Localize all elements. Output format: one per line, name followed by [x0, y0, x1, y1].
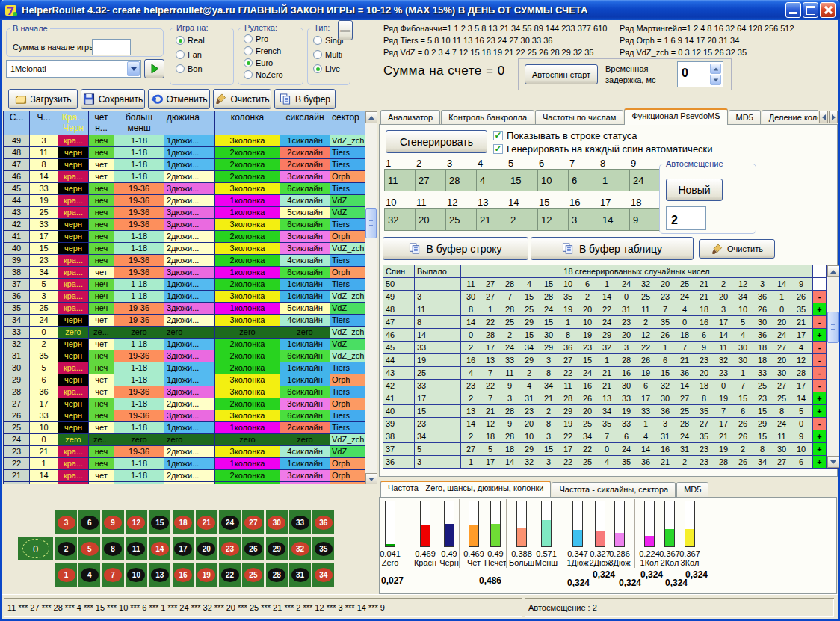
roulette-cell-5[interactable]: 5	[78, 537, 100, 560]
history-row[interactable]: 2717черннеч1-182дюжи...2колонка3сиклайнO…	[4, 398, 377, 410]
roulette-cell-29[interactable]: 29	[266, 537, 288, 560]
spinner-down-button[interactable]	[710, 75, 721, 85]
roulette-cell-28[interactable]: 28	[266, 563, 288, 587]
history-row[interactable]: 4533черннеч19-363дюжи...3колонка6сиклайн…	[4, 183, 377, 195]
radio-icon[interactable]	[176, 50, 185, 59]
history-row[interactable]: 4325кра...неч19-363дюжи...1колонка5сикла…	[4, 207, 377, 219]
tab-1[interactable]: Анализатор	[380, 110, 440, 125]
history-row[interactable]: 4117черннеч1-182дюжи...2колонка3сиклайнO…	[4, 231, 377, 243]
history-row[interactable]: 240zeroze...zerozerozerozeroVdZ_zch	[4, 434, 377, 446]
roulette-cell-24[interactable]: 24	[219, 510, 241, 534]
toolbar-button-4[interactable]: Очистить	[213, 89, 271, 109]
roulette-cell-15[interactable]: 15	[149, 510, 170, 534]
history-row[interactable]: 322чернчет1-181дюжи...2колонка1сиклайнVd…	[4, 339, 377, 350]
history-row[interactable]: 4233черннеч19-363дюжи...3колонка6сиклайн…	[4, 219, 377, 231]
freq-tab-1[interactable]: Частота - Zero, шансы, дюжины, колонки	[380, 481, 551, 497]
radio-icon[interactable]	[244, 46, 253, 55]
roulette-cell-14[interactable]: 14	[149, 537, 170, 560]
history-row[interactable]: 4015черннеч1-182дюжи...3колонка3сиклайнV…	[4, 243, 377, 255]
checkbox-checked-icon[interactable]: ✓	[493, 131, 503, 140]
scrollbar-thumb[interactable]	[827, 312, 839, 343]
history-row[interactable]: 296чернчет1-181дюжи...3колонка1сиклайнOr…	[4, 374, 377, 386]
maximize-button[interactable]	[803, 2, 818, 18]
spin-row[interactable]: 46140282153081929201226186144362417+	[383, 329, 839, 342]
generate-button[interactable]: Сгенерировать	[386, 130, 487, 153]
history-row[interactable]: 3424чернчет19-362дюжи...3колонка4сиклайн…	[4, 315, 377, 327]
roulette-cell-11[interactable]: 11	[126, 537, 147, 560]
roulette-cell-2[interactable]: 2	[55, 537, 77, 560]
roulette-cell-30[interactable]: 30	[266, 510, 288, 534]
spin-row[interactable]: 4419161333293271512826621233230182012-	[383, 354, 839, 367]
tab-6[interactable]: Деление колеса на	[762, 110, 818, 125]
roulette-cell-33[interactable]: 33	[289, 510, 311, 534]
toolbar-button-1[interactable]: Загрузить	[8, 89, 78, 109]
history-row[interactable]: 2114кра...чет1-182дюжи...2колонка3сиклай…	[4, 470, 377, 482]
history-row[interactable]: 330zeroze...zerozerozerozeroVdZ_zch	[4, 327, 377, 339]
spin-row[interactable]: 43254711282224211619153620231333028-	[383, 367, 839, 380]
spin-table-scrollbar[interactable]	[827, 265, 839, 468]
tab-3[interactable]: Частоты по числам	[535, 110, 623, 125]
spin-row[interactable]: 50112728415106124322025212123149	[383, 278, 839, 291]
scroll-up-button[interactable]	[365, 111, 377, 123]
history-row[interactable]: 2014кра...чет1-182дюжи...2колонка3сиклай…	[4, 482, 377, 484]
spin-row[interactable]: 3631171432322254353621223282634276+	[383, 456, 839, 469]
roulette-cell-0[interactable]: 0	[18, 537, 53, 560]
roulette-cell-17[interactable]: 17	[173, 537, 194, 560]
roulette-cell-20[interactable]: 20	[196, 537, 217, 560]
roulette-cell-34[interactable]: 34	[312, 563, 334, 587]
radio-option-multi[interactable]: Multi	[308, 46, 350, 61]
roulette-cell-13[interactable]: 13	[149, 563, 170, 587]
autospin-start-button[interactable]: Автоспин старт	[525, 64, 598, 84]
copy-row-button[interactable]: В буфер строку	[383, 237, 528, 260]
tab-4[interactable]: Функционал PsevdoMS	[624, 108, 727, 125]
clear-generator-button[interactable]: Очистить	[699, 239, 775, 259]
title-bar[interactable]: HelperRoullet 4.32- create helperroullet…	[0, 0, 840, 20]
copy-table-button[interactable]: В буфер таблицу	[531, 237, 694, 260]
history-row[interactable]: 4614кра...чет1-182дюжи...2колонка3сиклай…	[4, 171, 377, 183]
radio-option-nozero[interactable]: NoZero	[238, 68, 303, 80]
history-row[interactable]: 2836кра...чет19-363дюжи...3колонка6сикла…	[4, 386, 377, 398]
tab-5[interactable]: MD5	[729, 110, 761, 125]
roulette-cell-8[interactable]: 8	[102, 537, 124, 560]
history-row[interactable]: 221кра...неч1-181дюжи...1колонка1сиклайн…	[4, 458, 377, 470]
roulette-cell-10[interactable]: 10	[126, 563, 147, 587]
roulette-cell-18[interactable]: 18	[173, 510, 194, 534]
history-row[interactable]: 375кра...неч1-181дюжи...2колонка1сиклайн…	[4, 279, 377, 291]
roulette-cell-7[interactable]: 7	[102, 563, 124, 587]
toolbar-button-2[interactable]: Сохранить	[81, 89, 145, 109]
history-row[interactable]: 493кра...неч1-181дюжи...3колонка1сиклайн…	[4, 135, 377, 147]
roulette-cell-3[interactable]: 3	[55, 510, 77, 534]
spinner-up-button[interactable]	[710, 64, 721, 74]
preset-combobox[interactable]: 1Melonati	[6, 60, 141, 78]
spin-row[interactable]: 4533217243429362332322179113018274-	[383, 342, 839, 354]
radio-option-pro[interactable]: Pro	[238, 32, 303, 44]
autogenerate-checkbox-row[interactable]: ✓ Генерировать на каждый спин автоматиче…	[493, 143, 713, 155]
history-scrollbar[interactable]	[365, 111, 377, 484]
spin-row[interactable]: 3834218281032234764312435212615119+	[383, 430, 839, 443]
toolbar-button-5[interactable]: В буфер	[274, 89, 336, 109]
scroll-up-button[interactable]	[827, 265, 839, 277]
radio-option-bon[interactable]: Bon	[170, 61, 233, 75]
roulette-cell-12[interactable]: 12	[126, 510, 147, 534]
radio-icon[interactable]	[176, 36, 185, 45]
spin-row[interactable]: 4811812825241920223111741831026035+	[383, 303, 839, 316]
checkbox-checked-icon[interactable]: ✓	[493, 144, 503, 154]
roulette-cell-27[interactable]: 27	[242, 510, 264, 534]
delay-spinner[interactable]: 0	[677, 61, 723, 87]
freq-tab-2[interactable]: Частота - сиклайны, сектора	[552, 482, 676, 497]
roulette-cell-23[interactable]: 23	[219, 537, 241, 560]
collapse-button[interactable]: —	[338, 20, 353, 40]
roulette-cell-26[interactable]: 26	[242, 537, 264, 560]
play-button[interactable]	[144, 59, 164, 78]
roulette-cell-31[interactable]: 31	[289, 563, 311, 587]
roulette-cell-22[interactable]: 22	[219, 563, 241, 587]
shift-value-input[interactable]	[666, 206, 706, 230]
roulette-cell-35[interactable]: 35	[312, 537, 334, 560]
freq-tab-3[interactable]: MD5	[676, 482, 708, 497]
history-row[interactable]: 3923кра...неч19-362дюжи...2колонка4сикла…	[4, 255, 377, 267]
history-row[interactable]: 2633черннеч19-363дюжи...3колонка6сиклайн…	[4, 410, 377, 422]
history-row[interactable]: 2510чернчет1-181дюжи...1колонка2сиклайнT…	[4, 422, 377, 434]
radio-icon[interactable]	[176, 64, 185, 73]
spin-row[interactable]: 37527518291517220241416312319283010+	[383, 443, 839, 456]
tab-2[interactable]: Контроль банкролла	[441, 110, 534, 125]
